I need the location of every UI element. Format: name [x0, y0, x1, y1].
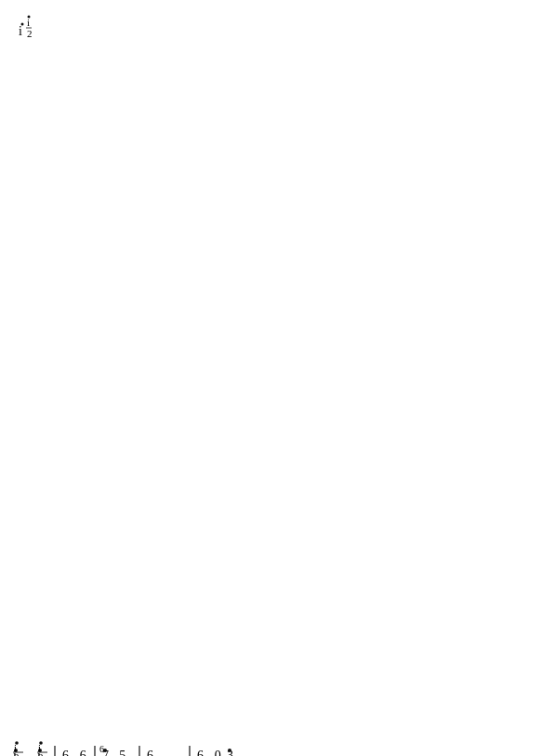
notation-svg: text { font-family: 'Times New Roman', s… [11, 7, 530, 732]
svg-text:2: 2 [14, 751, 20, 756]
svg-text:- 5: - 5 [112, 749, 125, 756]
svg-text:i: i [27, 17, 30, 28]
sheet-music-container: text { font-family: 'Times New Roman', s… [11, 7, 530, 732]
svg-point-0 [21, 23, 24, 26]
row1-svg: i i 2 - i i 3 6 - 6 [11, 732, 530, 756]
note: i [19, 24, 22, 38]
svg-text:6: 6 [99, 744, 104, 754]
page-content: text { font-family: 'Times New Roman', s… [0, 0, 541, 756]
svg-text:6 - -: 6 - - [147, 749, 169, 756]
svg-point-9 [15, 741, 19, 745]
svg-point-3 [28, 16, 31, 19]
row1: i i 2 - i i 3 6 - 6 [11, 732, 530, 756]
svg-point-16 [39, 741, 43, 745]
svg-text:-: - [27, 749, 32, 756]
svg-point-30 [228, 749, 231, 752]
svg-text:2: 2 [27, 28, 33, 39]
music-sheet: i i 2 - i i 3 6 - 6 [11, 732, 530, 756]
svg-text:6 - 0: 6 - 0 [197, 749, 221, 756]
svg-text:6 - 6: 6 - 6 [62, 749, 86, 756]
svg-text:3: 3 [38, 751, 44, 756]
